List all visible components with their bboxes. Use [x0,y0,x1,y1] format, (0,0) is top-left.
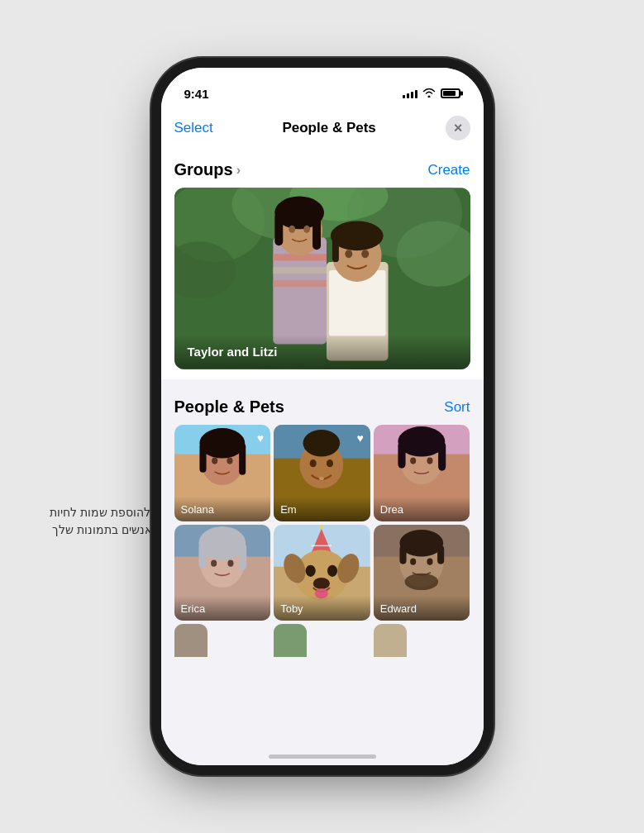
svg-point-46 [427,458,432,464]
person-cell-em[interactable]: ♥ Em [274,425,370,521]
page-title: People & Pets [282,120,375,136]
svg-point-31 [227,458,232,464]
person-cell-edward[interactable]: Edward [374,525,470,621]
groups-chevron-icon: › [236,163,241,178]
person-name-overlay-em: Em [274,497,370,521]
svg-point-36 [310,459,317,467]
group-photo-label: Taylor and Litzi [188,345,278,359]
svg-rect-10 [273,280,327,287]
svg-point-16 [303,226,310,233]
person-cell-drea[interactable]: Drea [374,425,470,521]
svg-rect-29 [239,443,246,475]
groups-header: Groups › Create [174,160,470,179]
svg-point-53 [211,559,217,566]
partial-cell-2[interactable] [274,624,307,657]
home-indicator [269,754,376,759]
group-featured-photo[interactable]: Taylor and Litzi [174,188,470,369]
svg-rect-44 [438,441,446,471]
svg-rect-43 [398,441,405,468]
person-cell-erica[interactable]: Erica [174,525,271,621]
svg-rect-13 [274,212,283,245]
svg-point-37 [327,459,333,467]
status-time: 9:41 [184,87,209,101]
svg-point-35 [303,430,341,456]
battery-icon [441,88,460,98]
svg-rect-14 [312,212,321,250]
groups-title: Groups [174,160,233,179]
svg-point-63 [306,564,316,576]
people-section: People & Pets Sort [161,388,484,657]
close-icon: ✕ [453,122,463,134]
person-name-overlay-solana: Solana [174,497,271,521]
person-cell-toby[interactable]: Toby [274,525,370,621]
select-button[interactable]: Select [174,120,213,136]
svg-point-22 [345,250,352,258]
svg-point-45 [410,458,416,464]
svg-point-74 [410,558,416,564]
close-button[interactable]: ✕ [446,116,470,140]
svg-rect-9 [273,267,327,274]
status-bar: 9:41 [161,68,484,109]
signal-icon [403,88,417,98]
svg-point-27 [199,428,245,459]
wifi-icon [422,88,436,100]
heart-icon-em: ♥ [357,431,364,445]
svg-rect-21 [332,237,338,262]
svg-point-64 [327,564,337,576]
svg-point-65 [313,578,330,589]
sort-button[interactable]: Sort [444,399,470,416]
people-pets-title: People & Pets [174,397,284,416]
phone-frame: 9:41 Select People & Pets [161,68,484,765]
nav-bar: Select People & Pets ✕ [161,109,484,150]
svg-point-30 [212,458,217,464]
person-name-overlay-erica: Erica [174,596,271,621]
groups-section: Groups › Create [161,150,484,379]
svg-point-75 [427,558,432,564]
person-name-overlay-toby: Toby [274,596,370,621]
svg-point-15 [289,226,295,233]
person-cell-solana[interactable]: ♥ Solana [174,425,271,521]
content-area: Groups › Create [161,150,484,765]
group-photo-overlay: Taylor and Litzi [174,335,470,369]
person-name-toby: Toby [280,602,303,615]
create-button[interactable]: Create [427,162,470,178]
svg-point-73 [404,574,438,590]
heart-icon-solana: ♥ [257,431,264,445]
status-icons [403,88,460,100]
person-name-edward: Edward [380,602,417,615]
partial-cell-1[interactable] [174,624,208,657]
person-name-erica: Erica [181,602,206,615]
svg-rect-52 [239,543,246,569]
svg-point-23 [361,250,369,258]
people-grid: ♥ Solana [174,425,470,621]
svg-rect-71 [399,545,406,564]
people-pets-header: People & Pets Sort [174,397,470,416]
person-name-drea: Drea [380,503,403,516]
person-name-overlay-drea: Drea [374,497,470,521]
partial-row [174,624,470,657]
person-name-em: Em [280,503,297,516]
person-name-overlay-edward: Edward [374,596,470,621]
svg-rect-28 [199,443,206,473]
svg-rect-51 [198,543,206,568]
svg-point-38 [319,477,324,480]
svg-rect-72 [437,545,444,564]
svg-point-54 [227,559,233,566]
partial-cell-3[interactable] [374,624,407,657]
person-name-solana: Solana [181,503,214,516]
